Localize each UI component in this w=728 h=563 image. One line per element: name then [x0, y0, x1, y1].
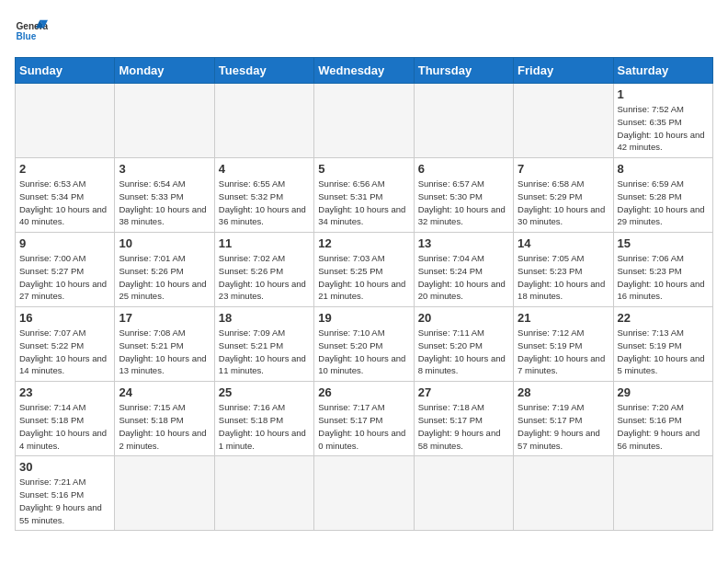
day-info: Sunrise: 7:19 AM Sunset: 5:17 PM Dayligh…	[518, 401, 609, 452]
calendar-day-cell: 9Sunrise: 7:00 AM Sunset: 5:27 PM Daylig…	[16, 233, 115, 307]
day-info: Sunrise: 7:05 AM Sunset: 5:23 PM Dayligh…	[518, 252, 609, 303]
calendar-day-cell: 6Sunrise: 6:57 AM Sunset: 5:30 PM Daylig…	[414, 158, 513, 233]
day-info: Sunrise: 7:15 AM Sunset: 5:18 PM Dayligh…	[119, 401, 210, 452]
calendar-day-cell	[613, 456, 712, 531]
day-info: Sunrise: 7:11 AM Sunset: 5:20 PM Dayligh…	[418, 327, 509, 377]
day-number: 9	[19, 236, 110, 250]
day-number: 5	[318, 162, 409, 176]
logo-icon: General Blue	[15, 15, 48, 48]
calendar-day-cell	[414, 456, 513, 531]
calendar-day-cell: 23Sunrise: 7:14 AM Sunset: 5:18 PM Dayli…	[16, 382, 115, 456]
day-info: Sunrise: 7:06 AM Sunset: 5:23 PM Dayligh…	[618, 252, 709, 303]
day-number: 27	[418, 385, 509, 399]
calendar-day-cell: 22Sunrise: 7:13 AM Sunset: 5:19 PM Dayli…	[613, 307, 712, 382]
calendar-day-cell: 1Sunrise: 7:52 AM Sunset: 6:35 PM Daylig…	[613, 84, 712, 158]
calendar-day-cell: 18Sunrise: 7:09 AM Sunset: 5:21 PM Dayli…	[214, 307, 313, 382]
calendar-day-cell: 3Sunrise: 6:54 AM Sunset: 5:33 PM Daylig…	[115, 158, 214, 233]
calendar-day-cell: 2Sunrise: 6:53 AM Sunset: 5:34 PM Daylig…	[16, 158, 115, 233]
day-number: 12	[318, 236, 409, 250]
calendar-day-cell	[214, 84, 313, 158]
day-number: 25	[219, 385, 310, 399]
day-number: 28	[518, 385, 609, 399]
day-info: Sunrise: 7:20 AM Sunset: 5:16 PM Dayligh…	[618, 401, 709, 452]
day-info: Sunrise: 6:58 AM Sunset: 5:29 PM Dayligh…	[518, 178, 609, 228]
day-info: Sunrise: 6:53 AM Sunset: 5:34 PM Dayligh…	[19, 178, 110, 228]
calendar-week-row: 16Sunrise: 7:07 AM Sunset: 5:22 PM Dayli…	[16, 307, 713, 382]
calendar-table: SundayMondayTuesdayWednesdayThursdayFrid…	[15, 57, 713, 531]
weekday-header-monday: Monday	[115, 58, 214, 84]
day-number: 16	[19, 311, 110, 325]
calendar-day-cell: 10Sunrise: 7:01 AM Sunset: 5:26 PM Dayli…	[115, 233, 214, 307]
day-number: 23	[19, 385, 110, 399]
day-info: Sunrise: 6:54 AM Sunset: 5:33 PM Dayligh…	[119, 178, 210, 228]
day-number: 22	[618, 311, 709, 325]
day-number: 13	[418, 236, 509, 250]
calendar-day-cell: 26Sunrise: 7:17 AM Sunset: 5:17 PM Dayli…	[314, 382, 414, 456]
calendar-day-cell	[115, 456, 214, 531]
calendar-day-cell: 21Sunrise: 7:12 AM Sunset: 5:19 PM Dayli…	[514, 307, 613, 382]
day-number: 4	[219, 162, 310, 176]
calendar-day-cell: 11Sunrise: 7:02 AM Sunset: 5:26 PM Dayli…	[214, 233, 313, 307]
day-info: Sunrise: 6:55 AM Sunset: 5:32 PM Dayligh…	[219, 178, 310, 228]
day-number: 18	[219, 311, 310, 325]
calendar-week-row: 2Sunrise: 6:53 AM Sunset: 5:34 PM Daylig…	[16, 158, 713, 233]
calendar-day-cell	[514, 456, 613, 531]
calendar-day-cell: 29Sunrise: 7:20 AM Sunset: 5:16 PM Dayli…	[613, 382, 712, 456]
day-number: 21	[518, 311, 609, 325]
day-number: 30	[19, 460, 110, 474]
day-info: Sunrise: 7:01 AM Sunset: 5:26 PM Dayligh…	[119, 252, 210, 303]
calendar-day-cell: 20Sunrise: 7:11 AM Sunset: 5:20 PM Dayli…	[414, 307, 513, 382]
day-number: 11	[219, 236, 310, 250]
day-number: 24	[119, 385, 210, 399]
day-number: 3	[119, 162, 210, 176]
day-info: Sunrise: 7:17 AM Sunset: 5:17 PM Dayligh…	[318, 401, 409, 452]
logo: General Blue	[15, 15, 48, 48]
day-info: Sunrise: 7:18 AM Sunset: 5:17 PM Dayligh…	[418, 401, 509, 452]
calendar-day-cell: 30Sunrise: 7:21 AM Sunset: 5:16 PM Dayli…	[16, 456, 115, 531]
day-info: Sunrise: 7:09 AM Sunset: 5:21 PM Dayligh…	[219, 327, 310, 377]
day-info: Sunrise: 7:08 AM Sunset: 5:21 PM Dayligh…	[119, 327, 210, 377]
calendar-day-cell: 13Sunrise: 7:04 AM Sunset: 5:24 PM Dayli…	[414, 233, 513, 307]
calendar-day-cell: 7Sunrise: 6:58 AM Sunset: 5:29 PM Daylig…	[514, 158, 613, 233]
svg-text:Blue: Blue	[16, 31, 36, 41]
calendar-day-cell	[314, 456, 414, 531]
day-number: 10	[119, 236, 210, 250]
day-info: Sunrise: 7:13 AM Sunset: 5:19 PM Dayligh…	[618, 327, 709, 377]
day-number: 26	[318, 385, 409, 399]
day-number: 1	[618, 87, 709, 101]
day-number: 15	[618, 236, 709, 250]
day-number: 14	[518, 236, 609, 250]
day-number: 17	[119, 311, 210, 325]
calendar-day-cell: 14Sunrise: 7:05 AM Sunset: 5:23 PM Dayli…	[514, 233, 613, 307]
day-number: 20	[418, 311, 509, 325]
day-info: Sunrise: 7:00 AM Sunset: 5:27 PM Dayligh…	[19, 252, 110, 303]
calendar-week-row: 30Sunrise: 7:21 AM Sunset: 5:16 PM Dayli…	[16, 456, 713, 531]
calendar-day-cell: 17Sunrise: 7:08 AM Sunset: 5:21 PM Dayli…	[115, 307, 214, 382]
calendar-day-cell: 28Sunrise: 7:19 AM Sunset: 5:17 PM Dayli…	[514, 382, 613, 456]
weekday-header-tuesday: Tuesday	[214, 58, 313, 84]
calendar-day-cell: 8Sunrise: 6:59 AM Sunset: 5:28 PM Daylig…	[613, 158, 712, 233]
day-number: 6	[418, 162, 509, 176]
day-info: Sunrise: 7:10 AM Sunset: 5:20 PM Dayligh…	[318, 327, 409, 377]
calendar-day-cell	[115, 84, 214, 158]
calendar-day-cell: 16Sunrise: 7:07 AM Sunset: 5:22 PM Dayli…	[16, 307, 115, 382]
day-number: 19	[318, 311, 409, 325]
day-info: Sunrise: 7:14 AM Sunset: 5:18 PM Dayligh…	[19, 401, 110, 452]
calendar-day-cell: 25Sunrise: 7:16 AM Sunset: 5:18 PM Dayli…	[214, 382, 313, 456]
calendar-day-cell	[514, 84, 613, 158]
day-info: Sunrise: 6:57 AM Sunset: 5:30 PM Dayligh…	[418, 178, 509, 228]
calendar-day-cell	[414, 84, 513, 158]
weekday-header-thursday: Thursday	[414, 58, 513, 84]
calendar-week-row: 9Sunrise: 7:00 AM Sunset: 5:27 PM Daylig…	[16, 233, 713, 307]
weekday-header-sunday: Sunday	[16, 58, 115, 84]
weekday-header-friday: Friday	[514, 58, 613, 84]
weekday-header-saturday: Saturday	[613, 58, 712, 84]
day-info: Sunrise: 7:07 AM Sunset: 5:22 PM Dayligh…	[19, 327, 110, 377]
weekday-header-row: SundayMondayTuesdayWednesdayThursdayFrid…	[16, 58, 713, 84]
day-info: Sunrise: 7:03 AM Sunset: 5:25 PM Dayligh…	[318, 252, 409, 303]
day-info: Sunrise: 7:16 AM Sunset: 5:18 PM Dayligh…	[219, 401, 310, 452]
day-info: Sunrise: 7:12 AM Sunset: 5:19 PM Dayligh…	[518, 327, 609, 377]
day-info: Sunrise: 7:21 AM Sunset: 5:16 PM Dayligh…	[19, 476, 110, 526]
day-info: Sunrise: 7:02 AM Sunset: 5:26 PM Dayligh…	[219, 252, 310, 303]
calendar-day-cell	[16, 84, 115, 158]
